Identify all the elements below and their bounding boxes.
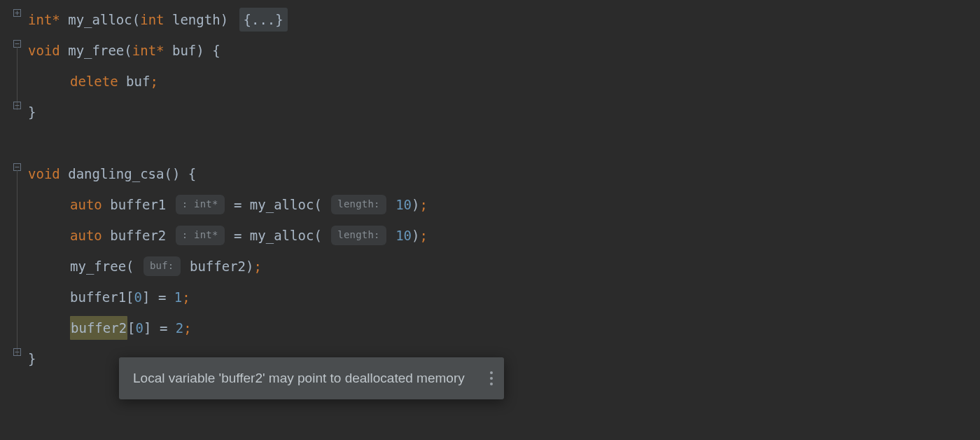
code-line[interactable]: void my_free(int* buf) { [25,35,980,66]
parens: () [164,162,181,186]
function-name: dangling_csa [68,162,164,186]
number-literal: 2 [176,316,183,340]
inlay-hint-type[interactable]: : int* [176,195,225,214]
brace: } [28,347,36,371]
semicolon: ; [183,316,191,340]
code-line[interactable]: my_free( buf: buffer2); [25,251,980,282]
folded-code-region[interactable]: {...} [239,8,288,32]
brace: } [28,100,36,124]
number-literal: 10 [396,224,412,247]
number-literal: 10 [396,193,412,216]
param-name: buf [172,39,196,62]
paren: ) [412,193,419,216]
tooltip-message: Local variable 'buffer2' may point to de… [133,366,465,390]
operator: = [226,193,250,216]
number-literal: 1 [174,285,182,309]
paren: ) [412,224,419,247]
code-line[interactable]: auto buffer1 : int* = my_alloc( length: … [25,189,980,220]
keyword: void [28,162,60,186]
semicolon: ; [253,254,261,278]
fold-end-icon[interactable] [13,348,22,357]
number-literal: 0 [134,285,142,309]
semicolon: ; [419,193,427,216]
code-editor[interactable]: int* my_alloc(int length) {...} void my_… [25,0,980,374]
identifier: buffer2 [190,254,246,278]
fold-line [17,170,18,356]
code-line[interactable]: buffer2[0] = 2; [25,312,980,343]
bracket: [ [126,285,134,309]
fold-expand-icon[interactable] [13,8,22,18]
inlay-hint-param[interactable]: length: [331,226,386,245]
code-line[interactable]: int* my_alloc(int length) {...} [25,4,980,35]
paren: ( [314,193,321,216]
param-name: length [172,8,220,32]
keyword: delete [70,69,118,93]
paren: ( [124,39,132,62]
bracket: ] [142,285,150,309]
pointer-star: * [156,39,164,62]
code-line[interactable]: buffer1[0] = 1; [25,282,980,312]
function-name: my_free [68,39,124,62]
function-name: my_alloc [68,8,132,32]
brace: { [188,162,196,186]
semicolon: ; [419,224,427,247]
code-line[interactable]: void dangling_csa() { [25,158,980,189]
bracket: [ [127,316,135,340]
function-call: my_alloc [250,193,314,216]
paren: ( [314,224,321,247]
keyword: int [28,8,52,32]
code-line-blank[interactable] [25,128,980,158]
keyword: int [140,8,164,32]
identifier: buffer1 [110,193,166,216]
code-line[interactable]: delete buf; [25,66,980,97]
inlay-hint-param[interactable]: length: [331,195,386,214]
inspection-tooltip[interactable]: Local variable 'buffer2' may point to de… [119,357,504,399]
paren: ( [132,8,140,32]
pointer-star: * [52,8,59,32]
keyword: auto [70,193,102,216]
semicolon: ; [150,69,158,93]
keyword: auto [70,224,102,247]
code-line[interactable]: } [25,97,980,128]
keyword: void [28,39,60,62]
operator: = [226,224,250,247]
paren: ( [126,254,134,278]
identifier: buffer1 [70,285,126,309]
editor-gutter [0,0,25,440]
inlay-hint-param[interactable]: buf: [144,256,181,276]
semicolon: ; [182,285,190,309]
more-actions-icon[interactable] [490,371,493,385]
warning-highlight[interactable]: buffer2 [70,316,127,340]
number-literal: 0 [136,316,144,340]
paren: ) [220,8,228,32]
function-call: my_free [70,254,126,278]
code-line[interactable]: auto buffer2 : int* = my_alloc( length: … [25,220,980,251]
identifier: buffer2 [110,224,166,247]
identifier: buf [126,69,150,93]
brace: { [212,39,220,62]
paren: ) [196,39,204,62]
fold-end-icon[interactable] [13,101,22,110]
keyword: int [132,39,156,62]
function-call: my_alloc [250,224,314,247]
bracket: ] [144,316,151,340]
operator: = [150,285,174,309]
paren: ) [246,254,253,278]
operator: = [151,316,175,340]
inlay-hint-type[interactable]: : int* [176,226,225,245]
